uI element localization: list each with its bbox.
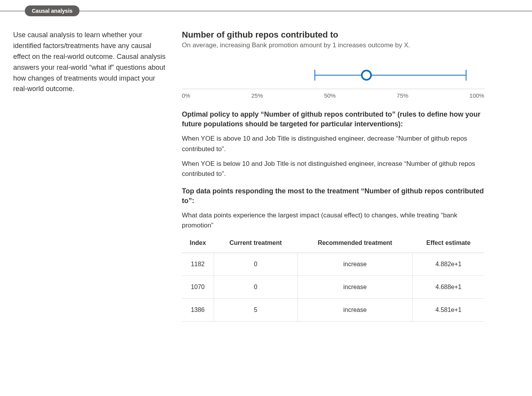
tick-label: 75% (397, 92, 408, 99)
table-row: 10700increase4.688e+1 (182, 275, 484, 298)
table-header: Current treatment (214, 236, 297, 253)
table-cell: 1182 (182, 253, 214, 275)
main-panel: Number of github repos contributed to On… (182, 30, 484, 322)
table-row: 11820increase4.882e+1 (182, 253, 484, 275)
description-panel: Use causal analysis to learn whether you… (13, 30, 166, 322)
table-header: Index (182, 236, 214, 253)
table-cell: increase (297, 253, 413, 275)
policy-rule: When YOE is above 10 and Job Title is di… (182, 134, 484, 154)
page-title: Number of github repos contributed to (182, 30, 484, 40)
table-header: Effect estimate (413, 236, 484, 253)
datapoints-table: IndexCurrent treatmentRecommended treatm… (182, 236, 484, 322)
top-datapoints-body: What data points experience the largest … (182, 210, 484, 231)
description-text: Use causal analysis to learn whether you… (13, 30, 166, 95)
tick-label: 25% (251, 92, 263, 99)
ci-point (361, 70, 372, 81)
table-cell: increase (297, 275, 413, 298)
tab-bar: Causal analysis (0, 11, 532, 11)
tab-causal-analysis[interactable]: Causal analysis (25, 5, 79, 16)
table-cell: 1386 (182, 298, 214, 321)
table-cell: 4.581e+1 (413, 298, 484, 321)
policy-rule: When YOE is below 10 and Job Title is no… (182, 159, 484, 179)
subtitle: On average, increasing Bank promotion am… (182, 41, 484, 49)
ci-plot-area (182, 62, 484, 89)
table-header: Recommended treatment (297, 236, 413, 253)
ci-whisker (314, 70, 315, 81)
table-cell: 0 (214, 253, 297, 275)
table-cell: increase (297, 298, 413, 321)
table-cell: 5 (214, 298, 297, 321)
ci-bar (315, 75, 466, 76)
x-axis-ticks: 0%25%50%75%100% (182, 89, 484, 99)
ci-whisker (466, 70, 466, 81)
optimal-policy-heading: Optimal policy to apply “Number of githu… (182, 110, 484, 129)
tick-label: 50% (324, 92, 336, 99)
top-datapoints-heading: Top data points responding the most to t… (182, 186, 484, 206)
table-cell: 1070 (182, 275, 214, 298)
confidence-interval-chart: 0%25%50%75%100% (182, 62, 484, 99)
table-cell: 4.882e+1 (413, 253, 484, 275)
table-cell: 4.688e+1 (413, 275, 484, 298)
table-row: 13865increase4.581e+1 (182, 298, 484, 321)
table-cell: 0 (214, 275, 297, 298)
tick-label: 100% (470, 92, 484, 99)
content: Use causal analysis to learn whether you… (0, 11, 532, 337)
tick-label: 0% (182, 92, 190, 99)
tab-divider (0, 11, 532, 11)
